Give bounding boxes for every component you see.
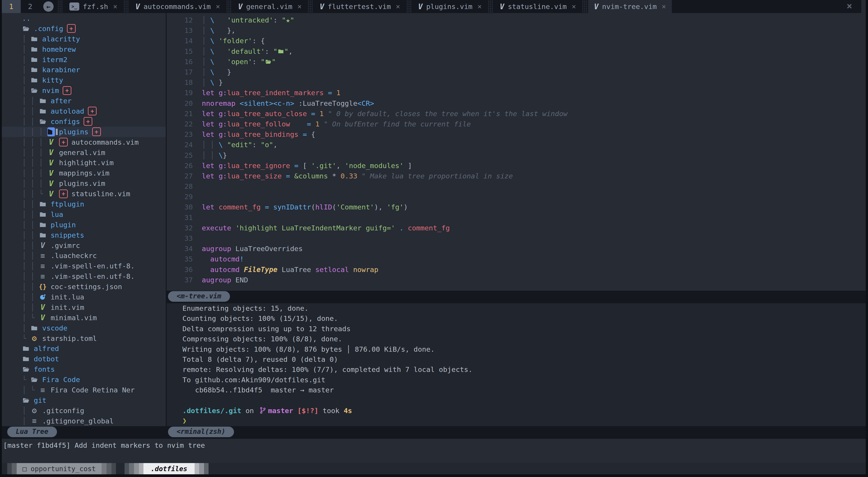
terminal-icon: >_ [69, 2, 79, 10]
tree-item-.gvimrc[interactable]: │ │ V.gvimrc [2, 240, 166, 251]
code-line: 15│ \ 'default': "", [167, 46, 866, 57]
tree-item-autoload[interactable]: │ │ autoload+ [2, 106, 166, 116]
tree-item-karabiner[interactable]: │ karabiner [2, 65, 166, 75]
line-number: 20 [167, 99, 193, 107]
code-line: 34augroup LuaTreeOverrides [167, 243, 866, 254]
tree-item-label: plugins [59, 128, 89, 136]
tab-close-icon[interactable]: × [477, 2, 482, 11]
tab-label: plugins.vim [426, 2, 472, 10]
tree-item-nvim[interactable]: │ nvim+ [2, 85, 166, 96]
terminal-pane[interactable]: Enumerating objects: 15, done.Counting o… [167, 303, 866, 426]
tree-item-coc-settings.json[interactable]: │ │ {}coc-settings.json [2, 281, 166, 292]
terminal-statusline: <rminal(zsh) [167, 426, 866, 439]
tmux-window-1[interactable]: □ opportunity_cost [7, 463, 116, 474]
prompt-char: ❯ [182, 416, 866, 426]
tab-close-icon[interactable]: × [396, 2, 400, 11]
tree-item-Fira Code Retina Ner[interactable]: │ └ ≡Fira Code Retina Ner [2, 385, 166, 395]
tree-item-.config[interactable]: .config+ [2, 24, 166, 34]
tab-autocommands.vim[interactable]: Vautocommands.vim× [129, 0, 226, 13]
tree-item-highlight.vim[interactable]: │ │ │ Vhighlight.vim [2, 158, 166, 168]
code-line: 33 [167, 233, 866, 243]
tree-item-.gitignore_global[interactable]: │ ≡.gitignore_global [2, 416, 166, 426]
tree-item-init.vim[interactable]: │ │ Vinit.vim [2, 302, 166, 312]
code-line: 25│ │ \} [167, 150, 866, 160]
tree-item-plugins[interactable]: │ │ │ plugins+ [2, 127, 166, 137]
terminal-output-line: Total 8 (delta 7), reused 0 (delta 0) [182, 355, 866, 365]
tree-item-autocommands.vim[interactable]: │ │ │ V+autocommands.vim [2, 137, 166, 147]
tree-item-kitty[interactable]: │ kitty [2, 75, 166, 85]
tree-item-.gitconfig[interactable]: │ ⚙.gitconfig [2, 405, 166, 416]
tab-close-icon[interactable]: × [297, 2, 302, 11]
tree-item-general.vim[interactable]: │ │ │ Vgeneral.vim [2, 147, 166, 158]
indent-guide: │ │ [22, 221, 39, 229]
line-number: 34 [167, 245, 193, 253]
tree-item-Fira Code[interactable]: └ Fira Code [2, 374, 166, 385]
tab-general.vim[interactable]: Vgeneral.vim× [232, 0, 307, 13]
tmux-window-2[interactable]: .dotfiles [125, 463, 209, 474]
json-file-icon: {} [39, 283, 46, 291]
back-arrow-icon[interactable]: ← [43, 1, 54, 12]
tree-item-minimal.vim[interactable]: │ └ Vminimal.vim [2, 312, 166, 323]
tree-item-homebrew[interactable]: │ homebrew [2, 44, 166, 55]
tree-item-configs[interactable]: │ │ configs+ [2, 116, 166, 127]
tree-item-snippets[interactable]: │ │ snippets [2, 230, 166, 240]
tab-nvim-tree.vim[interactable]: Vnvim-tree.vim× [588, 0, 672, 13]
tree-item-fonts[interactable]: fonts [2, 364, 166, 374]
close-all-icon[interactable]: × [847, 0, 861, 13]
tree-item-mappings.vim[interactable]: │ │ │ Vmappings.vim [2, 168, 166, 178]
tree-item-starship.toml[interactable]: └ ⚙starship.toml [2, 333, 166, 344]
tree-item-init.lua[interactable]: │ │ init.lua [2, 292, 166, 302]
tree-item-lua[interactable]: │ │ lua [2, 209, 166, 219]
segment-block [112, 463, 116, 474]
code-line: 13│ \ }, [167, 25, 866, 36]
tree-item-.vim-spell-en.utf-8.[interactable]: │ │ ≡.vim-spell-en.utf-8. [2, 261, 166, 271]
tree-item-iterm2[interactable]: │ iterm2 [2, 55, 166, 65]
tree-item-ftplugin[interactable]: │ │ ftplugin [2, 199, 166, 209]
indent-guide: │ [22, 45, 30, 53]
tab-statusline.vim[interactable]: Vstatusline.vim× [494, 0, 582, 13]
tree-item-label: iterm2 [42, 56, 67, 64]
tree-item-git[interactable]: git [2, 395, 166, 405]
tree-item-vscode[interactable]: │ vscode [2, 323, 166, 333]
tmux-gap [116, 463, 125, 474]
tree-item-statusline.vim[interactable]: │ │ └ V+statusline.vim [2, 189, 166, 199]
tab-separator [124, 0, 129, 12]
tab-fzf.sh[interactable]: >_fzf.sh× [63, 0, 123, 13]
indent-guide: │ │ [22, 303, 39, 311]
code-line: 27let g:lua_tree_size = &columns * 0.33 … [167, 171, 866, 181]
tab-close-icon[interactable]: × [113, 2, 117, 11]
tree-item-dotbot[interactable]: dotbot [2, 354, 166, 364]
tree-item-label: init.vim [51, 303, 84, 311]
tree-item-plugins.vim[interactable]: │ │ │ Vplugins.vim [2, 178, 166, 189]
indent-guide: │ [22, 407, 30, 415]
indent-guide: │ │ [22, 293, 39, 301]
tab-close-icon[interactable]: × [662, 2, 666, 11]
tree-item-alacritty[interactable]: │ alacritty [2, 34, 166, 44]
tab-plugins.vim[interactable]: Vplugins.vim× [412, 0, 488, 13]
vim-file-icon: V [39, 313, 46, 322]
editor-pane[interactable]: 12│ \ 'untracked': "★"13│ \ },14│ \ 'fol… [167, 13, 866, 291]
tab-close-icon[interactable]: × [216, 2, 220, 11]
tree-item-plugin[interactable]: │ │ plugin [2, 219, 166, 230]
tabpage-2[interactable]: 2 [21, 0, 40, 13]
tabpage-1[interactable]: 1 [2, 0, 21, 13]
tab-fluttertest.vim[interactable]: Vfluttertest.vim× [314, 0, 406, 13]
tree-item-alfred[interactable]: alfred [2, 344, 166, 354]
vim-message-line: [master f1bd4f5] Add indent markers to n… [2, 439, 866, 452]
tree-item-.luacheckrc[interactable]: │ │ ≡.luacheckrc [2, 250, 166, 261]
terminal-output-line: To github.com:Akin909/dotfiles.git [182, 376, 866, 386]
indent-guide: │ │ [22, 283, 39, 291]
vim-file-icon: V [47, 169, 55, 177]
folder-icon [30, 36, 38, 42]
tmux-status-bar: □ opportunity_cost.dotfiles [2, 463, 866, 474]
folder-icon [39, 108, 46, 114]
tree-item-after[interactable]: │ │ after [2, 96, 166, 106]
folder-open-icon [30, 376, 38, 383]
tree-item-..[interactable]: .. [2, 13, 166, 24]
sidebar-status-pill: Lua Tree [7, 427, 57, 437]
tree-item-.vim-spell-en.utf-8.[interactable]: │ │ ≡.vim-spell-en.utf-8. [2, 271, 166, 281]
tree-item-label: .config [34, 25, 63, 33]
folder-icon [30, 66, 38, 73]
indent-guide: │ │ └ [22, 190, 47, 198]
tab-close-icon[interactable]: × [571, 2, 576, 11]
